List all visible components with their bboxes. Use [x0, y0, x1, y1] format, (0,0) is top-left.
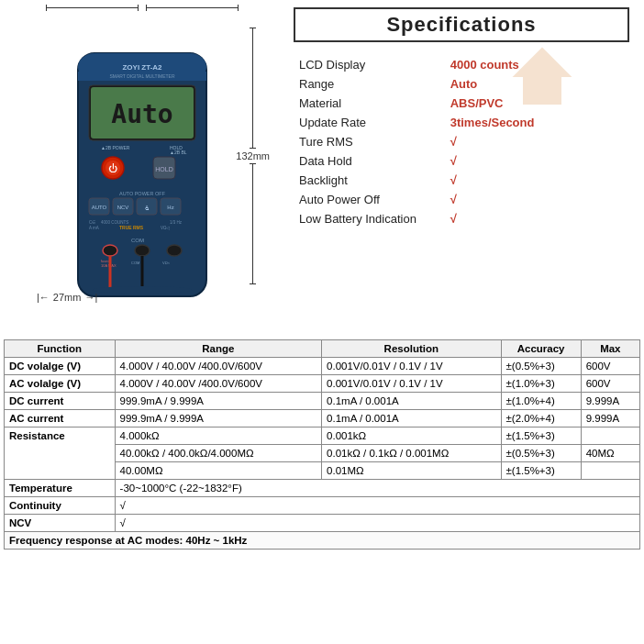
svg-text:A  mA: A mA [89, 226, 99, 230]
spec-row: Backlight √ [294, 171, 629, 190]
cell-max: 9.999A [581, 393, 639, 410]
cell-range: -30~1000°C (-22~1832°F) [115, 480, 639, 497]
spec-label: LCD Display [294, 55, 445, 74]
spec-label: Low Battery Indication [294, 209, 445, 228]
cell-function: AC volalge (V) [5, 375, 116, 393]
cell-max: 9.999A [581, 410, 639, 427]
spec-label: Ture RMS [294, 132, 445, 151]
spec-label: Auto Power Off [294, 190, 445, 209]
table-row: DC volalge (V) 4.000V / 40.00V /400.0V/6… [5, 358, 640, 375]
cell-range: 4.000kΩ [115, 427, 322, 445]
svg-text:▲2B POWER: ▲2B POWER [101, 145, 130, 150]
svg-text:1/3 Hz: 1/3 Hz [170, 220, 183, 225]
cell-range: 999.9mA / 9.999A [115, 393, 322, 410]
spec-row: Data Hold √ [294, 151, 629, 171]
cell-resolution: 0.1mA / 0.001A [322, 410, 501, 427]
table-row: NCV √ [5, 515, 640, 532]
cell-accuracy: ±(0.5%+3) [501, 358, 581, 375]
data-table: Function Range Resolution Accuracy Max D… [4, 339, 640, 550]
cell-range: √ [115, 515, 639, 532]
spec-label: Backlight [294, 171, 445, 190]
svg-text:AUTO POWER OFF: AUTO POWER OFF [119, 191, 166, 196]
spec-row: Low Battery Indication √ [294, 209, 629, 228]
svg-text:ZOYI  ZT-A2: ZOYI ZT-A2 [122, 63, 162, 72]
cell-accuracy: ±(1.0%+3) [501, 375, 581, 393]
table-row: Continuity √ [5, 497, 640, 515]
cell-function: NCV [5, 515, 116, 532]
spec-row: Ture RMS √ [294, 132, 629, 151]
cell-max [581, 427, 639, 445]
cell-range: 40.00MΩ [115, 462, 322, 480]
spec-row: Material ABS/PVC [294, 94, 629, 113]
height-label: 132mm [232, 149, 273, 163]
cell-resolution: 0.001V/0.01V / 0.1V / 1V [322, 358, 501, 375]
svg-text:HOLD: HOLD [155, 166, 172, 172]
spec-value: ABS/PVC [445, 94, 629, 113]
cell-accuracy: ±(1.5%+3) [501, 462, 581, 480]
table-row: AC volalge (V) 4.000V / 40.00V /400.0V/6… [5, 375, 640, 393]
svg-text:COM: COM [131, 238, 144, 243]
cell-resolution: 0.01MΩ [322, 462, 501, 480]
table-header-row: Function Range Resolution Accuracy Max [5, 340, 640, 358]
svg-point-33 [135, 245, 150, 256]
cell-range: 999.9mA / 9.999A [115, 410, 322, 427]
svg-text:⏻: ⏻ [108, 163, 117, 173]
cell-range: √ [115, 497, 639, 515]
spec-value: √ [445, 190, 629, 209]
svg-text:TRUE RMS: TRUE RMS [119, 225, 144, 230]
col-max: Max [581, 340, 639, 358]
cell-function: Temperature [5, 480, 116, 497]
table-row: Temperature -30~1000°C (-22~1832°F) [5, 480, 640, 497]
spec-value: √ [445, 151, 629, 171]
svg-text:Hz: Hz [167, 205, 173, 210]
spec-value: Auto [445, 74, 629, 94]
spec-label: Update Rate [294, 113, 445, 132]
cell-accuracy: ±(2.0%+4) [501, 410, 581, 427]
specs-table: LCD Display 4000 counts Range Auto Mater… [294, 55, 629, 228]
spec-value: √ [445, 209, 629, 228]
width-dimension [46, 7, 239, 8]
spec-label: Material [294, 94, 445, 113]
cell-range: 4.000V / 40.00V /400.0V/600V [115, 375, 322, 393]
spec-row: LCD Display 4000 counts [294, 55, 629, 74]
spec-row: Auto Power Off √ [294, 190, 629, 209]
cell-max: 600V [581, 358, 639, 375]
cell-range: 40.00kΩ / 400.0kΩ/4.000MΩ [115, 445, 322, 462]
svg-point-34 [167, 245, 182, 256]
table-row: DC current 999.9mA / 9.999A 0.1mA / 0.00… [5, 393, 640, 410]
svg-text:▲2B BL: ▲2B BL [170, 150, 187, 155]
footer-text: Frequency response at AC modes: 40Hz ~ 1… [5, 532, 640, 550]
cell-accuracy: ±(1.5%+3) [501, 427, 581, 445]
svg-text:Auto: Auto [111, 99, 172, 129]
main-container: 132mm |← 27mm →| ZOYI ZT-A2 SMART DIGITA… [0, 0, 644, 644]
cell-resolution: 0.001kΩ [322, 427, 501, 445]
cell-max: 600V [581, 375, 639, 393]
cell-max [581, 462, 639, 480]
cell-function: DC current [5, 393, 116, 410]
svg-text:C∈: C∈ [89, 220, 95, 225]
data-table-area: Function Range Resolution Accuracy Max D… [0, 339, 644, 644]
footer-row: Frequency response at AC modes: 40Hz ~ 1… [5, 532, 640, 550]
svg-text:AUTO: AUTO [92, 205, 107, 210]
cell-function: AC current [5, 410, 116, 427]
col-range: Range [115, 340, 322, 358]
cell-resolution: 0.1mA / 0.001A [322, 393, 501, 410]
cell-resolution: 0.001V/0.01V / 0.1V / 1V [322, 375, 501, 393]
col-accuracy: Accuracy [501, 340, 581, 358]
specs-title: Specifications [294, 7, 629, 42]
device-area: 132mm |← 27mm →| ZOYI ZT-A2 SMART DIGITA… [0, 0, 284, 339]
spec-value: 3times/Second [445, 113, 629, 132]
top-section: 132mm |← 27mm →| ZOYI ZT-A2 SMART DIGITA… [0, 0, 644, 339]
svg-text:VΩ<: VΩ< [162, 261, 171, 265]
table-row: Resistance 4.000kΩ 0.001kΩ ±(1.5%+3) [5, 427, 640, 445]
spec-value: √ [445, 171, 629, 190]
svg-text:NCV: NCV [117, 205, 129, 210]
specs-area: Specifications LCD Display 4000 counts R… [284, 0, 644, 339]
table-row: AC current 999.9mA / 9.999A 0.1mA / 0.00… [5, 410, 640, 427]
spec-label: Data Hold [294, 151, 445, 171]
svg-point-41 [92, 286, 193, 294]
multimeter-image: ZOYI ZT-A2 SMART DIGITAL MULTIMETER Auto… [50, 44, 234, 310]
svg-text:SMART DIGITAL MULTIMETER: SMART DIGITAL MULTIMETER [109, 73, 175, 79]
cell-function: Continuity [5, 497, 116, 515]
svg-point-32 [103, 245, 117, 256]
